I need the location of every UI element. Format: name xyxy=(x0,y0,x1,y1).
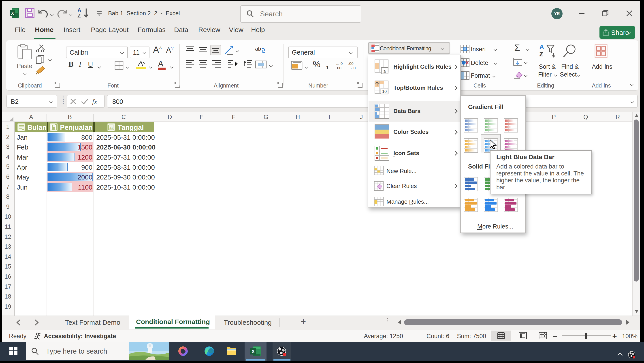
svg-text:ab: ab xyxy=(255,46,261,52)
svg-text:31: 31 xyxy=(110,126,113,130)
svg-text:X: X xyxy=(11,11,14,16)
svg-text:→.0: →.0 xyxy=(349,66,356,70)
svg-text:.00: .00 xyxy=(336,66,342,70)
svg-text:←.0: ←.0 xyxy=(336,62,342,66)
svg-text:X: X xyxy=(252,349,255,354)
svg-text:≤: ≤ xyxy=(384,68,386,74)
svg-text:10: 10 xyxy=(382,89,387,94)
svg-text:fx: fx xyxy=(92,98,97,105)
svg-text:.00: .00 xyxy=(348,62,354,66)
